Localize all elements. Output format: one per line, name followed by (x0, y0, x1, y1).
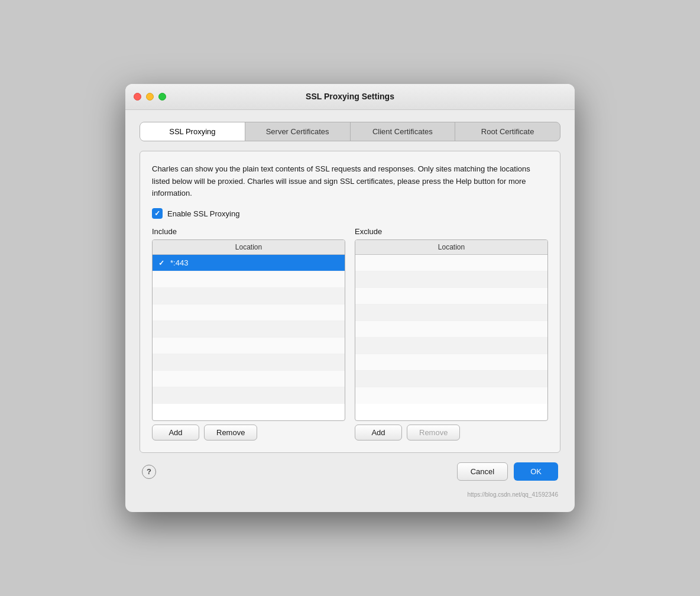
table-row[interactable] (153, 271, 345, 288)
exclude-column-header: Location (355, 240, 547, 255)
include-table: Location ✓ *:443 (152, 239, 345, 421)
minimize-button[interactable] (146, 93, 154, 101)
table-row[interactable] (153, 354, 345, 371)
include-add-button[interactable]: Add (152, 425, 199, 440)
exclude-button-row: Add Remove (355, 425, 548, 440)
table-row[interactable] (153, 387, 345, 404)
titlebar: SSL Proxying Settings (125, 84, 575, 110)
table-row[interactable]: ✓ *:443 (153, 255, 345, 271)
exclude-add-button[interactable]: Add (355, 425, 402, 440)
table-row[interactable] (355, 321, 547, 338)
exclude-remove-button[interactable]: Remove (407, 425, 460, 440)
enable-ssl-proxying-row: ✓ Enable SSL Proxying (152, 208, 548, 219)
exclude-table-body (355, 255, 547, 420)
row-check-icon: ✓ (158, 259, 170, 267)
table-row[interactable] (355, 354, 547, 371)
table-row[interactable] (355, 371, 547, 387)
exclude-table: Location (355, 239, 548, 421)
tab-client-certificates[interactable]: Client Certificates (351, 122, 456, 141)
window-title: SSL Proxying Settings (306, 92, 394, 101)
table-row[interactable] (153, 338, 345, 354)
help-button[interactable]: ? (142, 465, 156, 479)
traffic-lights (134, 93, 166, 101)
close-button[interactable] (134, 93, 141, 101)
table-row[interactable] (355, 255, 547, 271)
table-row[interactable] (355, 387, 547, 404)
description-text: Charles can show you the plain text cont… (152, 163, 548, 200)
include-table-body: ✓ *:443 (153, 255, 345, 420)
table-row[interactable] (153, 305, 345, 321)
watermark-text: https://blog.csdn.net/qq_41592346 (140, 490, 560, 498)
table-row[interactable] (153, 321, 345, 338)
window: SSL Proxying Settings SSL Proxying Serve… (125, 84, 575, 512)
include-button-row: Add Remove (152, 425, 345, 440)
table-row[interactable] (355, 305, 547, 321)
include-column-header: Location (153, 240, 345, 255)
table-row[interactable] (355, 271, 547, 288)
cancel-button[interactable]: Cancel (457, 462, 508, 481)
table-row[interactable] (153, 288, 345, 305)
table-row[interactable] (153, 371, 345, 387)
tab-ssl-proxying[interactable]: SSL Proxying (140, 122, 245, 141)
location-columns: Include Location ✓ *:443 (152, 227, 548, 440)
maximize-button[interactable] (158, 93, 166, 101)
row-location-text: *:443 (170, 258, 188, 267)
include-column: Include Location ✓ *:443 (152, 227, 345, 440)
exclude-label: Exclude (355, 227, 548, 236)
table-row[interactable] (355, 288, 547, 305)
tab-bar: SSL Proxying Server Certificates Client … (140, 122, 560, 141)
include-remove-button[interactable]: Remove (204, 425, 257, 440)
table-row[interactable] (355, 338, 547, 354)
settings-panel: Charles can show you the plain text cont… (140, 151, 560, 453)
main-content: SSL Proxying Server Certificates Client … (125, 110, 575, 512)
tab-root-certificate[interactable]: Root Certificate (455, 122, 560, 141)
exclude-column: Exclude Location (355, 227, 548, 440)
tab-server-certificates[interactable]: Server Certificates (245, 122, 351, 141)
enable-ssl-proxying-checkbox[interactable]: ✓ (152, 208, 163, 219)
enable-ssl-proxying-label: Enable SSL Proxying (167, 209, 239, 218)
checkmark-icon: ✓ (154, 209, 160, 218)
include-label: Include (152, 227, 345, 236)
footer-right-buttons: Cancel OK (457, 462, 558, 481)
footer: ? Cancel OK (140, 462, 560, 481)
ok-button[interactable]: OK (514, 462, 558, 481)
